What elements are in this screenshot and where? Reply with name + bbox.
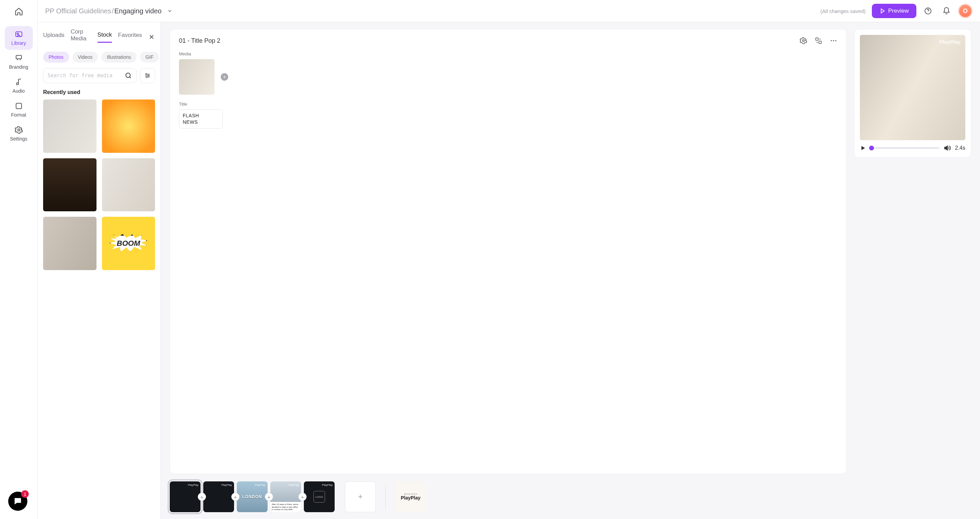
timeline-divider	[385, 485, 386, 509]
gear-icon	[800, 37, 807, 44]
rail-label: Library	[11, 40, 26, 46]
timeline-slide-3[interactable]: PlayPlayLONDON	[237, 481, 267, 512]
play-icon	[860, 145, 866, 151]
help-button[interactable]	[921, 4, 935, 18]
rail-item-format[interactable]: Format	[5, 98, 33, 122]
insert-slide-button[interactable]: +	[198, 493, 206, 501]
svg-point-14	[833, 40, 834, 41]
slide-swap-template-button[interactable]	[815, 37, 822, 44]
play-button[interactable]	[860, 145, 866, 151]
rail-item-branding[interactable]: Branding	[5, 50, 33, 74]
preview-frame: PlayPlay	[860, 35, 965, 140]
slide-heading: 01 - Title Pop 2	[179, 37, 220, 44]
media-thumb[interactable]	[102, 158, 155, 212]
filter-button[interactable]	[140, 68, 155, 83]
breadcrumb-parent[interactable]: PP Official Guidelines	[45, 7, 111, 15]
slide-form-card: 01 - Title Pop 2	[170, 29, 846, 474]
tab-uploads[interactable]: Uploads	[43, 32, 64, 42]
timeline-slide-2[interactable]: PlayPlay	[203, 481, 234, 512]
rail-label: Format	[11, 112, 26, 117]
svg-rect-0	[16, 32, 22, 37]
save-status: (All changes saved)	[821, 8, 866, 14]
left-rail: Library Branding Audio Format Settings 1	[0, 0, 38, 519]
svg-point-8	[148, 75, 149, 76]
media-thumb[interactable]: BOOM	[102, 217, 155, 270]
swap-icon	[815, 37, 822, 44]
library-panel: Uploads Corp Media Stock Favorites Photo…	[38, 22, 161, 519]
add-slide-button[interactable]: +	[345, 481, 376, 512]
boom-text: BOOM	[109, 234, 148, 253]
watermark-small: PlayPlay	[322, 483, 332, 487]
watermark-small: PlayPlay	[288, 483, 299, 487]
watermark-small: PlayPlay	[221, 483, 232, 487]
svg-point-9	[146, 76, 148, 78]
title-input[interactable]: FLASH NEWS	[179, 110, 223, 129]
svg-point-13	[831, 40, 832, 41]
media-thumb[interactable]	[43, 158, 97, 212]
title-label: Title	[179, 102, 837, 107]
chat-button[interactable]: 1	[8, 492, 27, 511]
insert-slide-button[interactable]: +	[298, 493, 307, 501]
insert-slide-button[interactable]: +	[265, 493, 273, 501]
chip-illustrations[interactable]: Illustrations	[101, 52, 137, 63]
svg-point-1	[17, 33, 19, 35]
chip-photos[interactable]: Photos	[43, 52, 69, 63]
rail-item-library[interactable]: Library	[5, 26, 33, 50]
tab-favorites[interactable]: Favorites	[118, 32, 142, 42]
watermark-small: PlayPlay	[188, 483, 199, 487]
timeline-outro[interactable]: MADE WITH PlayPlay	[395, 481, 426, 512]
volume-button[interactable]	[943, 144, 951, 152]
svg-point-6	[126, 73, 130, 78]
preview-button[interactable]: Preview	[872, 4, 916, 18]
insert-slide-button[interactable]: +	[231, 493, 240, 501]
svg-point-15	[835, 40, 837, 41]
breadcrumb-dropdown[interactable]	[167, 8, 172, 14]
chip-videos[interactable]: Videos	[73, 52, 98, 63]
rail-item-settings[interactable]: Settings	[5, 122, 33, 146]
timeline-slide-1[interactable]: PlayPlay	[170, 481, 200, 512]
watermark: PlayPlay	[939, 39, 961, 45]
media-thumb[interactable]	[43, 100, 97, 153]
notifications-button[interactable]	[940, 4, 953, 18]
media-slot[interactable]	[179, 59, 215, 95]
player-controls: 2.4s	[860, 144, 965, 152]
duration: 2.4s	[955, 145, 965, 151]
timeline: PlayPlay + PlayPlay + PlayPlayLONDON + P…	[170, 481, 971, 512]
search-container	[43, 68, 137, 83]
preview-card: PlayPlay 2.4s	[854, 29, 971, 158]
topbar: PP Official Guidelines / Engaging video …	[38, 0, 980, 22]
volume-icon	[943, 144, 951, 152]
svg-point-4	[18, 129, 20, 131]
breadcrumb-current[interactable]: Engaging video	[114, 7, 162, 15]
media-type-chips: Photos Videos Illustrations GIF	[43, 52, 155, 63]
chat-badge: 1	[21, 490, 29, 498]
rail-item-audio[interactable]: Audio	[5, 74, 33, 98]
scrubber[interactable]	[870, 148, 939, 149]
slide-settings-button[interactable]	[800, 37, 807, 44]
close-panel-button[interactable]	[148, 33, 155, 40]
rail-label: Audio	[13, 88, 25, 94]
tab-corp-media[interactable]: Corp Media	[70, 29, 91, 46]
slide-more-button[interactable]	[830, 37, 837, 44]
svg-point-7	[146, 73, 147, 75]
timeline-slide-4[interactable]: PlayPlayAfter 10 years in Paris, we've d…	[270, 481, 301, 512]
svg-rect-11	[816, 38, 818, 40]
watermark-small: PlayPlay	[255, 483, 266, 487]
tab-stock[interactable]: Stock	[97, 32, 112, 43]
avatar[interactable]: O	[958, 4, 972, 18]
home-button[interactable]	[13, 5, 25, 18]
search-icon	[124, 72, 132, 79]
library-tabs: Uploads Corp Media Stock Favorites	[43, 29, 155, 46]
media-thumb[interactable]	[43, 217, 97, 270]
timeline-slide-5[interactable]: PlayPlayLOGO	[304, 481, 335, 512]
sliders-icon	[144, 72, 151, 79]
svg-rect-3	[16, 103, 22, 109]
more-icon	[830, 37, 837, 44]
add-media-button[interactable]: +	[221, 73, 228, 81]
chip-gif[interactable]: GIF	[140, 52, 159, 63]
breadcrumb: PP Official Guidelines / Engaging video	[45, 7, 172, 15]
media-thumb[interactable]	[102, 100, 155, 153]
scrubber-handle[interactable]	[869, 146, 874, 151]
media-grid: BOOM	[43, 100, 155, 276]
search-input[interactable]	[48, 73, 124, 79]
